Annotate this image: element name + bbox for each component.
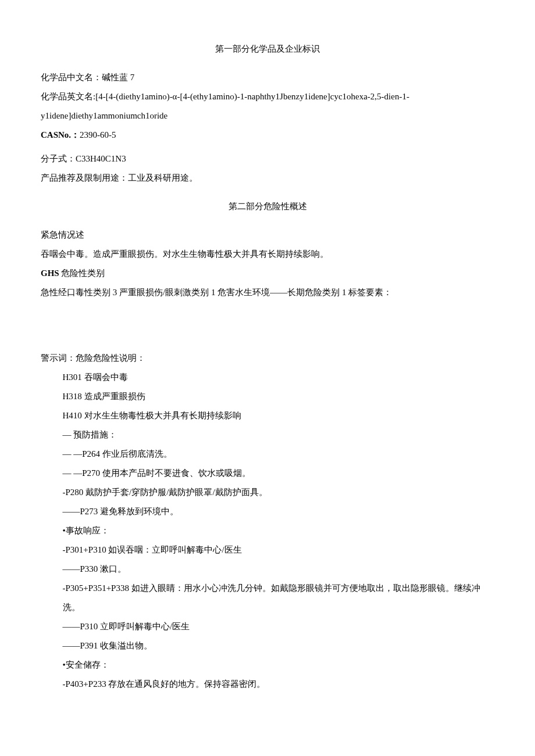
signal-word: 警示词：危险危险性说明： — [41, 349, 494, 368]
formula-row: 分子式：C33H40C1N3 — [41, 149, 494, 169]
response-item: -P301+P310 如误吞咽：立即呼叫解毒中心/医生 — [41, 540, 494, 560]
response-item: ——P310 立即呼叫解毒中心/医生 — [41, 617, 494, 636]
chinese-name-value: 碱性蓝 7 — [102, 73, 134, 82]
storage-title: •安全储存： — [41, 655, 494, 675]
cas-label: CASNo.： — [41, 130, 80, 139]
storage-item: -P403+P233 存放在通风良好的地方。保持容器密闭。 — [41, 675, 494, 694]
emergency-title: 紧急情况述 — [41, 225, 494, 245]
usage-label: 产品推荐及限制用途： — [41, 173, 128, 182]
hazard-item: H318 造成严重眼损伤 — [41, 387, 494, 406]
response-item: ——P330 漱口。 — [41, 560, 494, 579]
formula-value: C33H40C1N3 — [76, 154, 126, 163]
section1-title: 第一部分化学品及企业标识 — [41, 40, 494, 59]
emergency-desc: 吞咽会中毒。造成严重眼损伤。对水生生物毒性极大并具有长期持续影响。 — [41, 245, 494, 264]
chinese-name-row: 化学品中文名：碱性蓝 7 — [41, 68, 494, 87]
english-name-row: 化学品英文名:[4-[4-(diethy1amino)-α-[4-(ethy1a… — [41, 87, 494, 106]
cas-row: CASNo.：2390-60-5 — [41, 126, 494, 145]
chinese-name-label: 化学品中文名： — [41, 73, 102, 82]
ghs-desc: 急性经口毒性类别 3 严重眼损伤/眼刺激类别 1 危害水生环境——长期危险类别 … — [41, 283, 494, 302]
formula-label: 分子式： — [41, 154, 76, 163]
response-item: -P305+P351+P338 如进入眼睛：用水小心冲洗几分钟。如戴隐形眼镜并可… — [41, 579, 494, 617]
prevention-title: — 预防措施： — [41, 425, 494, 445]
english-name-value1: [4-[4-(diethy1amino)-α-[4-(ethy1amino)-1… — [95, 92, 409, 101]
prevention-item: — —P270 使用本产品时不要进食、饮水或吸烟。 — [41, 464, 494, 483]
english-name-value2: y1idene]diethy1ammoniumch1oride — [41, 106, 494, 126]
cas-value: 2390-60-5 — [80, 130, 116, 139]
prevention-item: — —P264 作业后彻底清洗。 — [41, 445, 494, 464]
hazard-item: H410 对水生生物毒性极大并具有长期持续影响 — [41, 406, 494, 425]
response-item: ——P391 收集溢出物。 — [41, 636, 494, 655]
section2-title: 第二部分危险性概述 — [41, 197, 494, 216]
prevention-item: -P280 戴防护手套/穿防护服/戴防护眼罩/戴防护面具。 — [41, 483, 494, 502]
english-name-label: 化学品英文名: — [41, 92, 95, 101]
ghs-title: GHS 危险性类别 — [41, 264, 494, 283]
usage-row: 产品推荐及限制用途：工业及科研用途。 — [41, 169, 494, 188]
response-title: •事故响应： — [41, 521, 494, 540]
prevention-item: ——P273 避免释放到环境中。 — [41, 502, 494, 521]
hazard-item: H301 吞咽会中毒 — [41, 368, 494, 387]
usage-value: 工业及科研用途。 — [128, 173, 198, 182]
